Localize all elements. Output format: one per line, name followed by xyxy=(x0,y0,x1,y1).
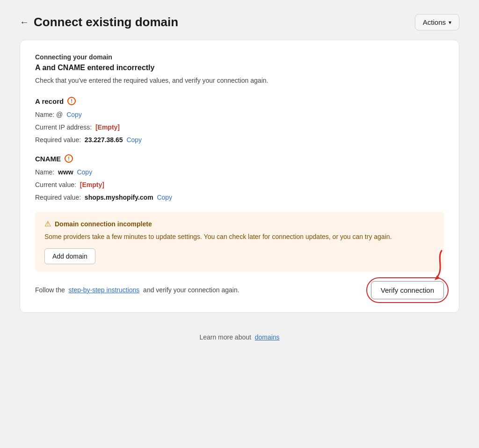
svg-marker-0 xyxy=(435,275,440,280)
a-record-required-row: Required value: 23.227.38.65 Copy xyxy=(35,135,444,145)
page-title: Connect existing domain xyxy=(34,15,178,29)
warning-header: ⚠ Domain connection incomplete xyxy=(44,219,435,228)
a-record-name-row: Name: @ Copy xyxy=(35,110,444,120)
cname-name-copy[interactable]: Copy xyxy=(77,168,92,176)
actions-label: Actions xyxy=(423,18,446,26)
cname-name-value: www xyxy=(58,168,73,176)
warning-icon: ⚠ xyxy=(44,219,51,228)
a-record-ip-value: [Empty] xyxy=(95,123,120,131)
warning-desc: Some providers take a few minutes to upd… xyxy=(44,232,435,242)
error-desc: Check that you've entered the required v… xyxy=(35,76,444,86)
cname-record-title: CNAME ! xyxy=(35,154,444,163)
cname-record-label: CNAME xyxy=(35,155,61,163)
header-left: ← Connect existing domain xyxy=(20,15,178,29)
a-record-error-icon: ! xyxy=(67,97,76,105)
footer-text-before: Learn more about xyxy=(199,333,251,341)
a-record-required-label: Required value: xyxy=(35,136,81,144)
add-domain-button[interactable]: Add domain xyxy=(44,248,95,264)
domains-link[interactable]: domains xyxy=(255,333,280,341)
cname-current-label: Current value: xyxy=(35,181,76,188)
cname-record-error-icon: ! xyxy=(65,154,73,163)
a-record-title: A record ! xyxy=(35,97,444,105)
cname-required-copy[interactable]: Copy xyxy=(157,194,172,201)
verify-connection-button[interactable]: Verify connection xyxy=(371,281,444,299)
footer-text: Learn more about domains xyxy=(199,333,279,341)
error-title: A and CNAME entered incorrectly xyxy=(35,64,444,72)
back-button[interactable]: ← xyxy=(20,17,29,28)
cname-name-label: Name: xyxy=(35,168,54,176)
cname-required-row: Required value: shops.myshopify.com Copy xyxy=(35,193,444,202)
a-record-required-value: 23.227.38.65 xyxy=(85,136,123,144)
step-by-step-link[interactable]: step-by-step instructions xyxy=(69,286,140,294)
warning-box: ⚠ Domain connection incomplete Some prov… xyxy=(35,212,444,272)
a-record-required-copy[interactable]: Copy xyxy=(126,136,142,144)
verify-connection-container: Verify connection xyxy=(371,281,444,299)
actions-button[interactable]: Actions ▾ xyxy=(415,14,459,30)
cname-required-value: shops.myshopify.com xyxy=(85,194,153,201)
warning-title: Domain connection incomplete xyxy=(55,220,152,228)
bottom-text-after: and verify your connection again. xyxy=(143,286,239,294)
section-label: Connecting your domain xyxy=(35,53,444,61)
cname-record-section: CNAME ! Name: www Copy Current value: [E… xyxy=(35,154,444,202)
a-record-name-copy[interactable]: Copy xyxy=(66,111,82,118)
a-record-ip-row: Current IP address: [Empty] xyxy=(35,123,444,132)
bottom-row: Follow the step-by-step instructions and… xyxy=(35,281,444,299)
page-header: ← Connect existing domain Actions ▾ xyxy=(20,14,459,30)
main-card: Connecting your domain A and CNAME enter… xyxy=(20,40,459,313)
a-record-label: A record xyxy=(35,97,64,105)
cname-required-label: Required value: xyxy=(35,194,81,201)
cname-name-row: Name: www Copy xyxy=(35,167,444,177)
a-record-section: A record ! Name: @ Copy Current IP addre… xyxy=(35,97,444,145)
bottom-text: Follow the step-by-step instructions and… xyxy=(35,285,240,295)
chevron-down-icon: ▾ xyxy=(449,19,451,26)
a-record-name-label: Name: @ xyxy=(35,111,63,118)
bottom-text-before: Follow the xyxy=(35,286,65,294)
cname-current-row: Current value: [Empty] xyxy=(35,180,444,190)
a-record-ip-label: Current IP address: xyxy=(35,123,92,131)
cname-current-value: [Empty] xyxy=(80,181,104,188)
